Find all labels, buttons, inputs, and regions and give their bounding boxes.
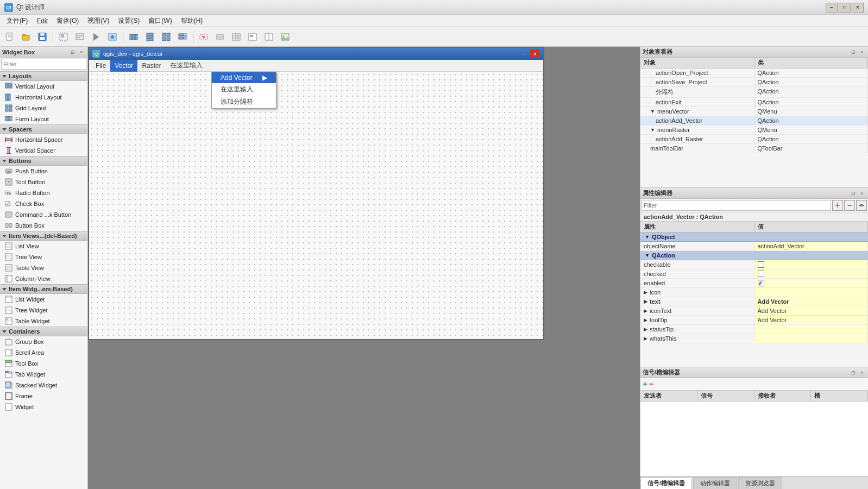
widget-filter-input[interactable] xyxy=(1,59,86,70)
inspector-row-1[interactable]: actionSave_Project QAction xyxy=(640,78,868,87)
inspector-row-2[interactable]: 分隔符 QAction xyxy=(640,87,868,98)
widget-item-tab-widget[interactable]: Tab Widget xyxy=(0,369,87,380)
dropdown-item-add-vector[interactable]: Add Vector ▶ xyxy=(212,72,276,83)
widget-item-frame[interactable]: Frame xyxy=(0,391,87,402)
checkable-checkbox[interactable] xyxy=(758,261,764,268)
inspector-row-8[interactable]: mainToolBar QToolBar xyxy=(640,144,868,153)
widget-item-button-box[interactable]: Button Box xyxy=(0,220,87,231)
widget-item-scroll-area[interactable]: Scroll Area xyxy=(0,347,87,358)
widget-item-stacked-widget[interactable]: Stacked Widget xyxy=(0,380,87,391)
inspector-row-3[interactable]: actionExit QAction xyxy=(640,98,868,107)
prop-cell-value-icon[interactable] xyxy=(754,288,869,297)
prop-row-tooltip[interactable]: ▶ toolTip Add Vector xyxy=(640,316,868,325)
toolbar-table-button[interactable] xyxy=(229,29,244,45)
toolbar-vlayout-button[interactable] xyxy=(142,29,158,45)
prop-filter-input[interactable] xyxy=(641,200,831,211)
menu-help[interactable]: 帮助(H) xyxy=(177,15,207,27)
widget-item-table-view[interactable]: Table View xyxy=(0,262,87,273)
signal-add-btn[interactable]: + xyxy=(643,379,647,389)
toolbar-flayout-button[interactable] xyxy=(175,29,190,45)
widget-item-v-spacer[interactable]: Vertical Spacer xyxy=(0,145,87,156)
widget-item-list-view[interactable]: List View xyxy=(0,241,87,252)
toolbar-preview-button[interactable] xyxy=(105,29,120,45)
toolbar-split-button[interactable] xyxy=(261,29,276,45)
designer-canvas[interactable] xyxy=(89,72,543,339)
widget-item-tool-box[interactable]: Tool Box xyxy=(0,358,87,369)
widget-item-tree-view[interactable]: Tree View xyxy=(0,252,87,262)
prop-add-btn[interactable]: + xyxy=(832,200,843,211)
property-editor-float-btn[interactable]: ⊡ xyxy=(850,190,857,197)
prop-edit-btn[interactable]: ✏ xyxy=(856,200,867,211)
widget-item-h-spacer[interactable]: Horizontal Spacer xyxy=(0,134,87,145)
enabled-checkbox[interactable]: ✓ xyxy=(758,280,764,286)
category-spacers[interactable]: Spacers xyxy=(0,124,87,134)
prop-row-statustip[interactable]: ▶ statusTip xyxy=(640,325,868,334)
maximize-button[interactable]: □ xyxy=(839,3,851,12)
prop-remove-btn[interactable]: − xyxy=(844,200,855,211)
prop-cell-value-enabled[interactable]: ✓ xyxy=(754,279,869,287)
bottom-tab-signal-editor[interactable]: 信号/槽编辑器 xyxy=(640,477,692,489)
widget-item-tool-button[interactable]: T Tool Button xyxy=(0,177,87,187)
widget-item-vertical-layout[interactable]: Vertical Layout xyxy=(0,81,87,92)
toolbar-select-button[interactable] xyxy=(56,29,71,45)
signal-remove-btn[interactable]: − xyxy=(649,379,653,389)
toolbar-new-button[interactable] xyxy=(2,29,17,45)
bottom-tab-action-editor[interactable]: 动作编辑器 xyxy=(693,477,737,489)
designer-menu-vector[interactable]: Vector xyxy=(110,60,137,72)
menu-settings[interactable]: 设置(S) xyxy=(114,15,144,27)
widget-item-tree-widget[interactable]: Tree Widget xyxy=(0,305,87,316)
prop-cell-value-objectname[interactable]: actionAdd_Vector xyxy=(754,242,869,250)
inspector-row-5[interactable]: actionAdd_Vector QAction xyxy=(640,116,868,126)
widget-box-float-btn[interactable]: ⊡ xyxy=(69,48,77,56)
menu-edit[interactable]: Edit xyxy=(32,15,52,27)
dropdown-item-input[interactable]: 在这里输入 xyxy=(212,83,276,96)
category-containers[interactable]: Containers xyxy=(0,327,87,336)
toolbar-save-button[interactable] xyxy=(35,29,50,45)
prop-cell-value-statustip[interactable] xyxy=(754,325,869,334)
prop-cell-value-checked[interactable] xyxy=(754,269,869,278)
category-item-views[interactable]: Item Views...(del-Based) xyxy=(0,231,87,241)
category-item-widgets[interactable]: Item Widg...em-Based) xyxy=(0,284,87,294)
designer-menu-file[interactable]: File xyxy=(91,60,110,72)
toolbar-glayout-button[interactable] xyxy=(159,29,174,45)
designer-close-btn[interactable]: × xyxy=(530,49,540,58)
widget-item-horizontal-layout[interactable]: Horizontal Layout xyxy=(0,92,87,103)
object-inspector-close-btn[interactable]: × xyxy=(858,48,866,56)
prop-cell-value-icontext[interactable]: Add Vector xyxy=(754,306,869,315)
toolbar-hlayout-button[interactable] xyxy=(126,29,141,45)
toolbar-break-layout[interactable] xyxy=(196,29,211,45)
designer-menu-raster[interactable]: Raster xyxy=(137,60,165,72)
designer-menu-input[interactable]: 在这里输入 xyxy=(166,60,207,72)
prop-cell-value-text[interactable]: Add Vector xyxy=(754,297,869,306)
inspector-row-0[interactable]: actionOpen_Project QAction xyxy=(640,68,868,78)
prop-cell-value-whatsthis[interactable] xyxy=(754,334,869,343)
inspector-row-7[interactable]: actionAdd_Raster QAction xyxy=(640,135,868,144)
menu-window[interactable]: 窗口(W) xyxy=(144,15,176,27)
prop-cell-value-tooltip[interactable]: Add Vector xyxy=(754,316,869,324)
toolbar-adjust-size[interactable] xyxy=(212,29,228,45)
checked-checkbox[interactable] xyxy=(758,271,764,277)
signal-editor-close-btn[interactable]: × xyxy=(858,369,866,377)
widget-box-close-btn[interactable]: × xyxy=(78,48,85,56)
widget-item-column-view[interactable]: Column View xyxy=(0,273,87,284)
menu-form[interactable]: 窗体(O) xyxy=(52,15,83,27)
widget-item-group-box[interactable]: GB Group Box xyxy=(0,336,87,347)
inspector-row-6[interactable]: ▼menuRaster QMenu xyxy=(640,126,868,135)
widget-item-table-widget[interactable]: Table Widget xyxy=(0,316,87,327)
close-button[interactable]: × xyxy=(852,3,864,12)
widget-item-list-widget[interactable]: List Widget xyxy=(0,294,87,305)
widget-item-form-layout[interactable]: Form Layout xyxy=(0,114,87,124)
prop-row-objectname[interactable]: objectName actionAdd_Vector xyxy=(640,242,868,251)
inspector-row-4[interactable]: ▼menuVector QMenu xyxy=(640,107,868,116)
toolbar-arrow-button[interactable] xyxy=(89,29,104,45)
widget-item-radio-button[interactable]: ● Radio Button xyxy=(0,187,87,198)
prop-row-checkable[interactable]: checkable xyxy=(640,260,868,269)
prop-row-text[interactable]: ▶ text Add Vector xyxy=(640,297,868,306)
widget-item-widget[interactable]: Widget xyxy=(0,402,87,412)
toolbar-edit-button[interactable] xyxy=(72,29,87,45)
prop-row-icon[interactable]: ▶ icon xyxy=(640,288,868,297)
widget-item-grid-layout[interactable]: Grid Layout xyxy=(0,103,87,114)
menu-file[interactable]: 文件(F) xyxy=(2,15,32,27)
prop-row-checked[interactable]: checked xyxy=(640,269,868,279)
toolbar-merge-button[interactable] xyxy=(245,29,260,45)
